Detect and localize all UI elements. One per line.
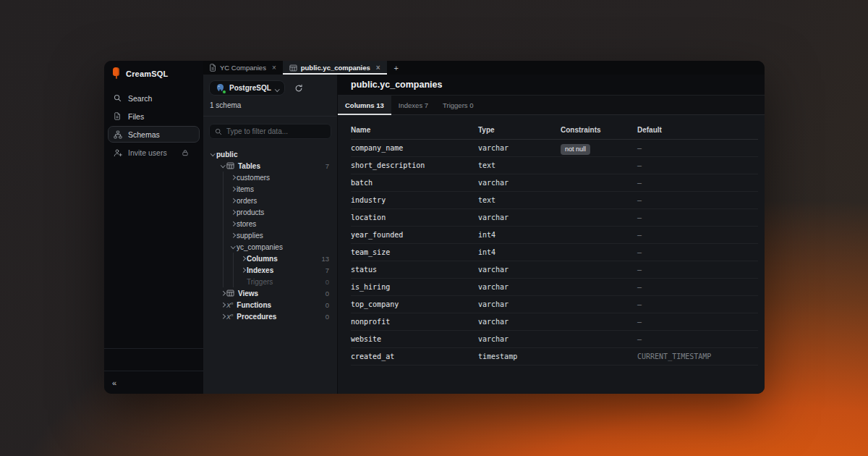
column-header-constraints: Constraints xyxy=(561,126,637,134)
table-row[interactable]: short_descriptiontext– xyxy=(351,157,758,174)
table-row[interactable]: created_attimestampCURRENT_TIMESTAMP xyxy=(351,348,758,366)
tree-node-label: products xyxy=(237,208,264,216)
schema-panel: PostgreSQL 1 schema xyxy=(203,75,338,394)
cell-name: website xyxy=(351,335,478,343)
fx-icon: Xn xyxy=(226,301,233,309)
detail-tab-triggers[interactable]: Triggers 0 xyxy=(435,96,480,114)
sidebar-item-label: Invite users xyxy=(128,148,167,157)
close-tab-icon[interactable]: × xyxy=(272,64,276,72)
filter-field xyxy=(209,124,331,139)
sidebar-item-search[interactable]: Search xyxy=(108,90,200,106)
table-row[interactable]: is_hiringvarchar– xyxy=(351,279,758,296)
tree-node-label: stores xyxy=(237,220,256,228)
sidebar-footer: « xyxy=(104,371,203,394)
chevron-right-icon xyxy=(229,187,237,191)
tab-label: public.yc_companies xyxy=(301,64,370,72)
table-row[interactable]: year_foundedint4– xyxy=(351,227,758,244)
table-row[interactable]: batchvarchar– xyxy=(351,174,758,192)
table-row[interactable]: industrytext– xyxy=(351,192,758,209)
cell-name: top_company xyxy=(351,300,478,308)
collapse-sidebar-button[interactable]: « xyxy=(112,379,116,387)
table-row[interactable]: websitevarchar– xyxy=(351,331,758,348)
chevron-down-icon xyxy=(276,83,279,93)
lock-icon xyxy=(182,149,189,156)
chevron-down-icon xyxy=(209,152,216,156)
table-row[interactable]: statusvarchar– xyxy=(351,261,758,279)
cell-type: text xyxy=(478,196,561,204)
sidebar-bottom-block xyxy=(104,349,203,371)
cell-default: – xyxy=(637,179,758,187)
cell-name: is_hiring xyxy=(351,283,478,291)
page-title: public.yc_companies xyxy=(338,75,765,96)
file-icon xyxy=(113,112,122,120)
table-icon xyxy=(289,64,297,72)
cell-name: created_at xyxy=(351,352,478,360)
cell-name: team_size xyxy=(351,248,478,256)
detail-tab-columns[interactable]: Columns 13 xyxy=(338,96,391,114)
tree-node-label: orders xyxy=(237,197,257,205)
schema-tree: publicTables7customersitemsordersproduct… xyxy=(203,148,337,394)
cell-name: nonprofit xyxy=(351,318,478,326)
chevron-right-icon xyxy=(239,256,247,261)
tree-node-functions[interactable]: XnFunctions0 xyxy=(203,299,337,311)
tree-node-label: customers xyxy=(237,174,270,182)
tree-indent-guide xyxy=(223,172,224,287)
detail-tab-indexes[interactable]: Indexes 7 xyxy=(391,96,435,114)
divider xyxy=(203,116,337,117)
cell-type: int4 xyxy=(478,231,561,239)
cell-type: text xyxy=(478,161,561,169)
cell-type: int4 xyxy=(478,248,561,256)
sidebar-item-invite-users[interactable]: Invite users xyxy=(108,144,200,161)
cell-name: short_description xyxy=(351,161,478,169)
tree-node-procedures[interactable]: XnProcedures0 xyxy=(203,311,337,322)
cell-type: varchar xyxy=(478,335,561,343)
chevron-right-icon xyxy=(239,268,247,272)
tree-node-views[interactable]: Views0 xyxy=(203,287,337,299)
table-row[interactable]: team_sizeint4– xyxy=(351,244,758,261)
cell-default: – xyxy=(637,248,758,256)
connection-row: PostgreSQL xyxy=(203,75,337,96)
postgresql-icon xyxy=(216,83,225,93)
tree-node-label: Indexes xyxy=(247,266,273,274)
cell-default: – xyxy=(637,144,758,152)
table-row[interactable]: top_companyvarchar– xyxy=(351,296,758,313)
table-icon xyxy=(226,290,234,297)
column-header-type: Type xyxy=(478,126,561,134)
tree-node-public[interactable]: public xyxy=(203,148,337,160)
tree-node-count: 7 xyxy=(326,162,329,170)
new-tab-button[interactable]: + xyxy=(387,61,406,75)
sidebar-item-label: Files xyxy=(128,112,144,121)
tab-public-yc-companies[interactable]: public.yc_companies× xyxy=(283,61,387,75)
search-icon xyxy=(113,94,122,102)
filter-input[interactable] xyxy=(226,127,326,135)
cell-name: year_founded xyxy=(351,231,478,239)
close-tab-icon[interactable]: × xyxy=(376,64,380,72)
tab-yc-companies[interactable]: YC Companies× xyxy=(203,61,283,75)
detail-tabs: Columns 13Indexes 7Triggers 0 xyxy=(338,96,765,115)
cell-default: – xyxy=(637,231,758,239)
refresh-button[interactable] xyxy=(294,84,303,93)
content-area: PostgreSQL 1 schema xyxy=(203,75,765,394)
tab-bar: YC Companies×public.yc_companies×+ xyxy=(203,61,765,75)
chevron-right-icon xyxy=(229,233,237,237)
sidebar-nav: SearchFilesSchemasInvite users xyxy=(104,89,203,161)
sidebar-item-schemas[interactable]: Schemas xyxy=(108,126,200,143)
tree-node-count: 0 xyxy=(326,290,329,297)
connection-selector[interactable]: PostgreSQL xyxy=(209,80,285,96)
brand: CreamSQL xyxy=(104,61,203,85)
table-row[interactable]: company_namevarcharnot null– xyxy=(351,140,758,157)
background-gradient: CreamSQL SearchFilesSchemasInvite users … xyxy=(0,0,868,456)
cell-name: status xyxy=(351,266,478,274)
tree-node-tables[interactable]: Tables7 xyxy=(203,160,337,172)
tree-node-label: Triggers xyxy=(247,278,273,286)
tree-node-label: yc_companies xyxy=(237,243,283,251)
cell-type: varchar xyxy=(478,266,561,274)
table-icon xyxy=(226,162,234,169)
sidebar-spacer xyxy=(104,161,203,348)
sidebar-item-files[interactable]: Files xyxy=(108,108,200,124)
connection-name: PostgreSQL xyxy=(229,84,271,92)
table-row[interactable]: nonprofitvarchar– xyxy=(351,313,758,331)
cell-default: – xyxy=(637,335,758,343)
table-row[interactable]: locationvarchar– xyxy=(351,209,758,227)
tree-node-label: Views xyxy=(238,290,258,297)
